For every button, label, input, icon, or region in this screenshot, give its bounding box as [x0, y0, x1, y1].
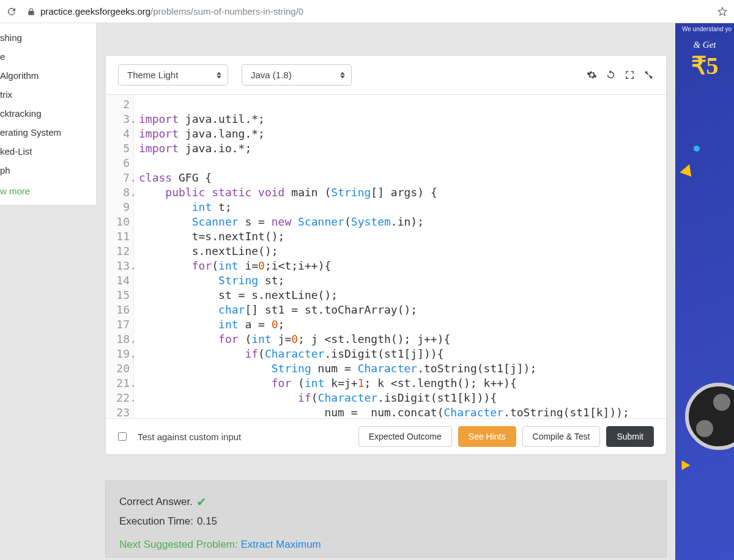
custom-input-checkbox[interactable] [118, 432, 127, 441]
next-problem-link[interactable]: Extract Maximum [240, 539, 321, 550]
editor-toolbar: Theme Light Java (1.8) [106, 56, 666, 94]
reload-icon[interactable] [6, 6, 17, 17]
submit-button[interactable]: Submit [606, 426, 654, 447]
ad-banner[interactable]: We understand yo & Get ₹5 [675, 23, 734, 560]
language-select-value: Java (1.8) [251, 70, 292, 80]
sidebar-item[interactable]: ph [0, 161, 96, 180]
code-area[interactable]: import java.util.*;import java.lang.*;im… [134, 95, 666, 418]
lock-icon [27, 7, 35, 16]
toolbar-icons [587, 70, 654, 80]
ad-triangle-icon [680, 162, 695, 177]
result-correct-line: Correct Answer. ✔ [119, 495, 653, 509]
exec-time-value: 0.15 [197, 515, 217, 528]
sidebar-item[interactable]: e [0, 47, 96, 66]
url-host: practice.geeksforgeeks.org [40, 6, 150, 17]
correct-answer-text: Correct Answer. [119, 496, 193, 508]
select-chevrons-icon [217, 72, 221, 78]
see-hints-button[interactable]: See Hints [458, 426, 516, 447]
expected-outcome-button[interactable]: Expected Outcome [358, 426, 452, 447]
sidebar-item[interactable]: ked-List [0, 142, 96, 161]
sidebar-item[interactable]: cktracking [0, 104, 96, 123]
refresh-icon[interactable] [606, 70, 616, 80]
ad-amount: ₹5 [675, 51, 734, 80]
sidebar-item[interactable]: trix [0, 85, 96, 104]
theme-select[interactable]: Theme Light [118, 64, 228, 86]
result-panel: Correct Answer. ✔ Execution Time:0.15 Ne… [105, 481, 667, 558]
ad-tagline: We understand yo [675, 23, 734, 32]
expand-icon[interactable] [625, 70, 635, 80]
check-icon: ✔ [196, 495, 207, 509]
line-gutter: 23456789101112131415161718192021222324 [106, 95, 134, 418]
next-problem-line: Next Suggested Problem: Extract Maximum [119, 539, 653, 551]
url-text[interactable]: practice.geeksforgeeks.org/problems/sum-… [40, 6, 711, 17]
ad-dot-icon [694, 146, 700, 152]
main-column: Theme Light Java (1.8) [97, 23, 675, 560]
compile-test-button[interactable]: Compile & Test [522, 426, 601, 447]
url-path: /problems/sum-of-numbers-in-string/0 [150, 6, 303, 17]
browser-address-bar: practice.geeksforgeeks.org/problems/sum-… [0, 0, 734, 23]
ad-triangle-icon [678, 458, 691, 470]
execution-time-line: Execution Time:0.15 [119, 515, 653, 528]
fullscreen-diag-icon[interactable] [643, 70, 654, 80]
sidebar-item[interactable]: erating System [0, 123, 96, 142]
gear-icon[interactable] [587, 70, 597, 80]
sidebar-show-more[interactable]: w more [0, 180, 96, 196]
next-problem-label: Next Suggested Problem: [119, 539, 238, 550]
ad-film-reel-icon [685, 383, 734, 450]
topic-sidebar: shingeAlgorithmtrixcktrackingerating Sys… [0, 23, 97, 205]
editor-card: Theme Light Java (1.8) [105, 55, 667, 455]
code-editor[interactable]: 23456789101112131415161718192021222324 i… [106, 94, 666, 418]
custom-input-label: Test against custom input [138, 432, 241, 442]
bookmark-star-icon[interactable] [717, 6, 728, 17]
language-select[interactable]: Java (1.8) [242, 64, 352, 86]
select-chevrons-icon [340, 72, 345, 78]
exec-time-label: Execution Time: [119, 515, 193, 528]
ad-offer-text: & Get [675, 40, 734, 50]
sidebar-item[interactable]: Algorithm [0, 66, 96, 85]
theme-select-value: Theme Light [127, 70, 178, 80]
editor-footer: Test against custom input Expected Outco… [106, 418, 666, 454]
sidebar-item[interactable]: shing [0, 28, 96, 47]
